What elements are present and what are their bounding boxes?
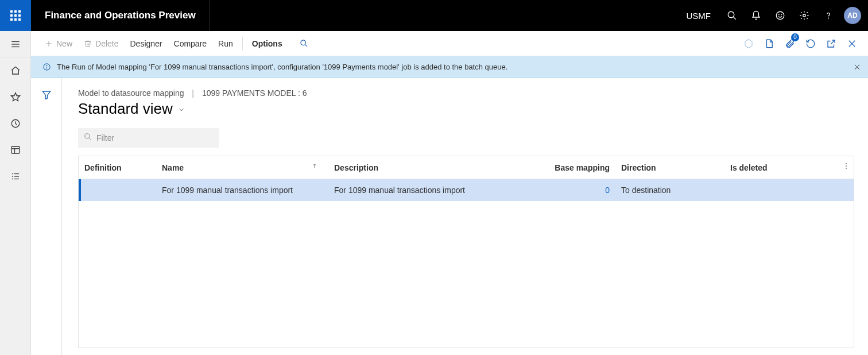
delete-button[interactable]: Delete xyxy=(78,36,124,52)
data-grid: Definition Name Description Base mapping… xyxy=(78,156,854,348)
info-message: The Run of Model mapping 'For 1099 manua… xyxy=(57,63,507,71)
delete-label: Delete xyxy=(95,39,118,48)
app-launcher-button[interactable] xyxy=(0,0,31,31)
separator xyxy=(242,37,243,50)
filter-box[interactable] xyxy=(78,128,219,148)
search-icon[interactable] xyxy=(720,0,744,31)
view-title-label: Standard view xyxy=(78,100,173,118)
banner-close-icon[interactable] xyxy=(853,63,861,71)
new-label: New xyxy=(56,39,72,48)
help-icon[interactable] xyxy=(816,0,840,31)
svg-point-23 xyxy=(301,40,306,45)
modules-icon[interactable] xyxy=(0,163,31,190)
svg-point-4 xyxy=(781,14,782,15)
col-name[interactable]: Name xyxy=(156,156,328,179)
svg-marker-32 xyxy=(42,91,51,99)
compare-label: Compare xyxy=(174,39,207,48)
office-icon[interactable] xyxy=(759,33,780,54)
company-selector[interactable]: USMF xyxy=(677,11,720,21)
compare-button[interactable]: Compare xyxy=(168,36,213,52)
svg-point-6 xyxy=(828,18,829,18)
attachments-icon[interactable] xyxy=(738,33,759,54)
funnel-icon[interactable] xyxy=(38,86,55,103)
home-icon[interactable] xyxy=(0,57,31,84)
col-definition[interactable]: Definition xyxy=(79,156,156,179)
app-title: Finance and Operations Preview xyxy=(31,0,210,31)
breadcrumb-part2: 1099 PAYMENTS MODEL : 6 xyxy=(202,88,307,98)
svg-rect-12 xyxy=(11,146,20,153)
breadcrumb-part1: Model to datasource mapping xyxy=(78,88,184,98)
filter-input[interactable] xyxy=(96,133,213,142)
svg-line-24 xyxy=(305,44,307,47)
waffle-icon xyxy=(10,10,21,21)
svg-point-38 xyxy=(846,168,847,169)
designer-button[interactable]: Designer xyxy=(124,36,168,52)
trash-icon xyxy=(84,40,92,48)
cell-base-mapping: 0 xyxy=(518,179,615,201)
filter-rail xyxy=(31,78,62,355)
popout-icon[interactable] xyxy=(821,33,842,54)
svg-marker-10 xyxy=(11,93,20,101)
col-name-label: Name xyxy=(162,163,184,172)
grid-header: Definition Name Description Base mapping… xyxy=(79,156,854,179)
filter-search-icon xyxy=(84,133,92,143)
options-button[interactable]: Options xyxy=(246,36,288,52)
command-bar: New Delete Designer Compare Run xyxy=(31,31,868,56)
col-is-deleted[interactable]: Is deleted xyxy=(724,156,816,179)
new-button[interactable]: New xyxy=(39,36,78,52)
search-small-icon xyxy=(300,39,308,48)
cmd-search-button[interactable] xyxy=(288,36,317,51)
sort-asc-icon xyxy=(311,162,318,171)
row-selected-marker xyxy=(79,179,81,201)
run-button[interactable]: Run xyxy=(212,36,239,52)
col-base-mapping[interactable]: Base mapping xyxy=(518,156,615,179)
attachments-badge-icon[interactable]: 0 xyxy=(780,33,800,54)
col-description[interactable]: Description xyxy=(328,156,518,179)
options-label: Options xyxy=(252,39,282,48)
cell-direction: To destination xyxy=(615,179,724,201)
info-icon xyxy=(42,63,51,71)
designer-label: Designer xyxy=(130,39,162,48)
avatar[interactable]: AD xyxy=(844,7,861,24)
cell-description: For 1099 manual transactions import xyxy=(328,179,518,201)
workspaces-icon[interactable] xyxy=(0,137,31,163)
svg-line-1 xyxy=(733,17,736,20)
favorites-icon[interactable] xyxy=(0,84,31,110)
smiley-icon[interactable] xyxy=(768,0,792,31)
svg-line-34 xyxy=(89,138,91,140)
info-banner: The Run of Model mapping 'For 1099 manua… xyxy=(31,56,868,78)
cell-is-deleted xyxy=(724,179,816,201)
svg-point-36 xyxy=(846,163,847,164)
grid-body: For 1099 manual transactions import For … xyxy=(79,179,854,348)
svg-point-37 xyxy=(846,165,847,167)
col-direction[interactable]: Direction xyxy=(615,156,724,179)
attachments-badge: 0 xyxy=(791,33,799,41)
svg-point-2 xyxy=(776,11,784,20)
svg-point-33 xyxy=(85,134,90,138)
grid-more-icon[interactable] xyxy=(842,162,850,172)
plus-icon xyxy=(45,40,53,48)
close-icon[interactable] xyxy=(842,33,862,54)
cell-definition xyxy=(79,179,156,201)
bell-icon[interactable] xyxy=(744,0,768,31)
chevron-down-icon xyxy=(177,100,185,118)
svg-point-29 xyxy=(46,65,47,66)
run-label: Run xyxy=(218,39,233,48)
page-content: Model to datasource mapping | 1099 PAYME… xyxy=(62,78,868,355)
refresh-icon[interactable] xyxy=(800,33,821,54)
hamburger-icon[interactable] xyxy=(0,31,31,57)
view-selector[interactable]: Standard view xyxy=(78,100,854,118)
breadcrumb: Model to datasource mapping | 1099 PAYME… xyxy=(78,88,854,98)
svg-point-0 xyxy=(728,11,734,18)
cell-name: For 1099 manual transactions import xyxy=(156,179,328,201)
breadcrumb-separator: | xyxy=(192,88,194,98)
top-header: Finance and Operations Preview USMF AD xyxy=(0,0,868,31)
nav-rail xyxy=(0,31,31,355)
gear-icon[interactable] xyxy=(792,0,816,31)
table-row[interactable]: For 1099 manual transactions import For … xyxy=(79,179,854,201)
recent-icon[interactable] xyxy=(0,110,31,137)
svg-point-5 xyxy=(803,14,806,17)
svg-point-3 xyxy=(778,14,779,15)
